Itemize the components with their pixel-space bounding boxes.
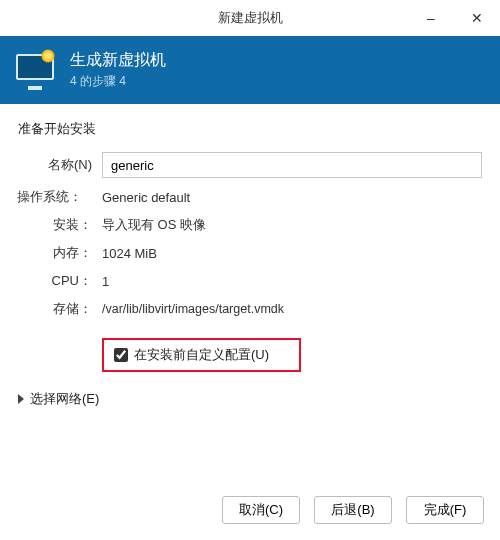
row-install: 安装： 导入现有 OS 映像 [18,216,482,234]
storage-label: 存储： [18,300,92,318]
cpu-value: 1 [102,274,109,289]
row-storage: 存储： /var/lib/libvirt/images/target.vmdk [18,300,482,318]
row-memory: 内存： 1024 MiB [18,244,482,262]
titlebar: 新建虚拟机 – ✕ [0,0,500,36]
network-label: 选择网络(E) [30,390,99,408]
row-cpu: CPU： 1 [18,272,482,290]
customize-checkbox[interactable] [114,348,128,362]
banner-text: 生成新虚拟机 4 的步骤 4 [70,50,166,90]
customize-before-install[interactable]: 在安装前自定义配置(U) [102,338,301,372]
cpu-label: CPU： [18,272,92,290]
banner-heading: 生成新虚拟机 [70,50,166,71]
window-title: 新建虚拟机 [218,9,283,27]
finish-button[interactable]: 完成(F) [406,496,484,524]
install-label: 安装： [18,216,92,234]
customize-label: 在安装前自定义配置(U) [134,346,269,364]
name-input[interactable] [102,152,482,178]
memory-value: 1024 MiB [102,246,157,261]
content-area: 准备开始安装 名称(N) 操作系统： Generic default 安装： 导… [0,104,500,482]
network-expander[interactable]: 选择网络(E) [18,390,482,408]
ready-label: 准备开始安装 [18,120,482,138]
os-value: Generic default [102,190,190,205]
window-controls: – ✕ [408,0,500,36]
install-value: 导入现有 OS 映像 [102,216,206,234]
wizard-banner: 生成新虚拟机 4 的步骤 4 [0,36,500,104]
back-button[interactable]: 后退(B) [314,496,392,524]
banner-step: 4 的步骤 4 [70,73,166,90]
name-label: 名称(N) [18,156,92,174]
memory-label: 内存： [18,244,92,262]
os-label: 操作系统： [8,188,82,206]
cancel-button[interactable]: 取消(C) [222,496,300,524]
footer: 取消(C) 后退(B) 完成(F) [0,482,500,540]
chevron-right-icon [18,394,24,404]
close-button[interactable]: ✕ [454,0,500,36]
storage-value: /var/lib/libvirt/images/target.vmdk [102,302,284,316]
row-os: 操作系统： Generic default [18,188,482,206]
minimize-button[interactable]: – [408,0,454,36]
row-name: 名称(N) [18,152,482,178]
vm-monitor-icon [16,52,56,88]
